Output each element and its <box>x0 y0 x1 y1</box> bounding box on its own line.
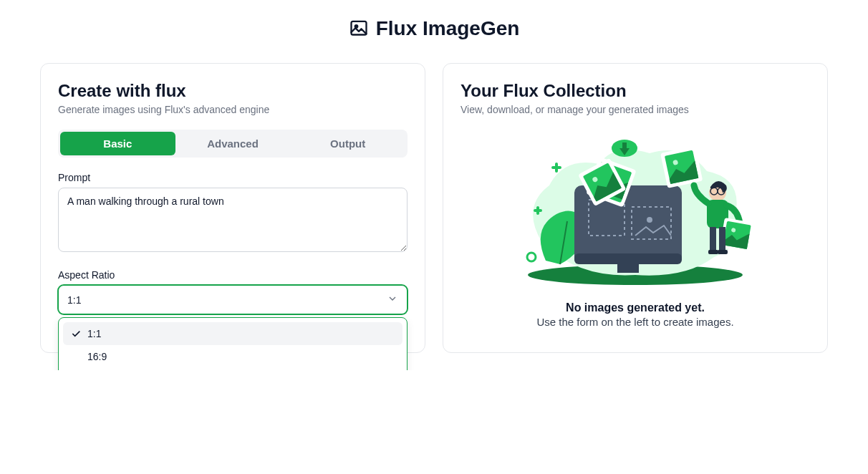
svg-rect-29 <box>708 250 718 254</box>
create-title: Create with flux <box>58 81 408 101</box>
prompt-input[interactable] <box>58 188 408 252</box>
check-icon <box>70 328 82 339</box>
svg-point-9 <box>647 217 652 223</box>
image-generator-icon <box>349 17 369 40</box>
svg-rect-28 <box>719 227 725 252</box>
tab-basic[interactable]: Basic <box>60 132 175 155</box>
app-header: Flux ImageGen <box>40 17 828 40</box>
aspect-ratio-option[interactable]: 1:1 <box>63 322 402 345</box>
prompt-label: Prompt <box>58 172 408 183</box>
chevron-down-icon <box>387 293 398 306</box>
svg-point-3 <box>527 253 536 261</box>
tab-bar: Basic Advanced Output <box>58 130 408 158</box>
empty-state: No images generated yet. Use the form on… <box>460 130 810 335</box>
tab-output[interactable]: Output <box>290 132 405 155</box>
app-title: Flux ImageGen <box>376 17 520 40</box>
aspect-ratio-option[interactable]: 3:2 <box>63 368 402 370</box>
option-label: 1:1 <box>87 328 101 339</box>
svg-rect-5 <box>574 253 682 264</box>
empty-title: No images generated yet. <box>566 301 705 314</box>
option-label: 16:9 <box>87 351 107 362</box>
empty-illustration-icon <box>506 135 764 301</box>
collection-subtitle: View, download, or manage your generated… <box>460 104 810 115</box>
aspect-ratio-select[interactable]: 1:1 <box>58 285 408 314</box>
empty-text: Use the form on the left to create image… <box>536 316 733 328</box>
collection-card: Your Flux Collection View, download, or … <box>443 63 828 353</box>
create-card: Create with flux Generate images using F… <box>40 63 425 353</box>
create-subtitle: Generate images using Flux's advanced en… <box>58 104 408 115</box>
aspect-ratio-option[interactable]: 16:9 <box>63 345 402 368</box>
aspect-ratio-dropdown: 1:1 16:9 3:2 2:3 4:5 <box>58 317 408 370</box>
aspect-ratio-value: 1:1 <box>67 294 81 306</box>
svg-rect-27 <box>710 227 716 252</box>
svg-rect-30 <box>718 250 728 254</box>
aspect-ratio-label: Aspect Ratio <box>58 269 408 281</box>
tab-advanced[interactable]: Advanced <box>175 132 291 155</box>
collection-title: Your Flux Collection <box>460 81 810 101</box>
svg-rect-6 <box>617 264 639 273</box>
